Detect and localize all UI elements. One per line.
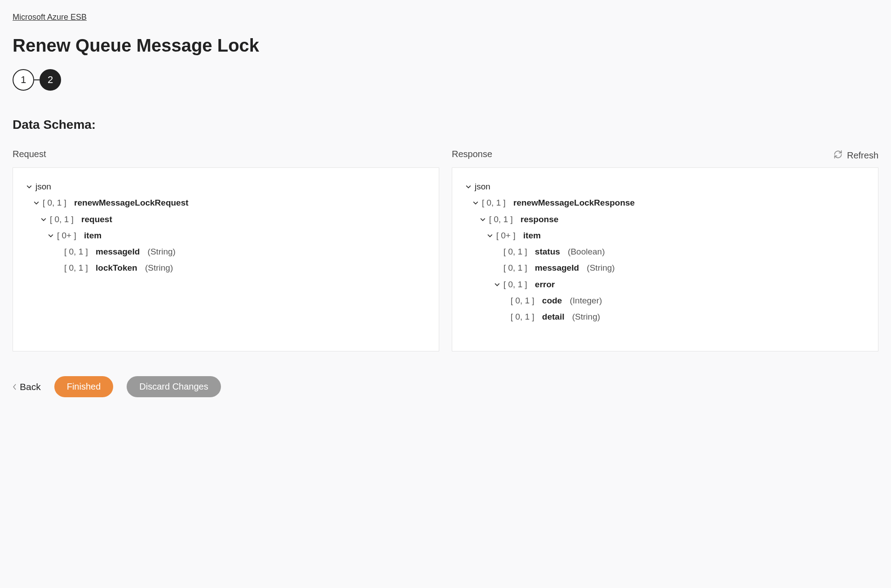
- step-2[interactable]: 2: [40, 69, 61, 91]
- chevron-down-icon: [479, 217, 486, 222]
- tree-row: [ 0, 1 ] code (Integer): [465, 293, 865, 309]
- cardinality: [ 0, 1 ]: [50, 212, 74, 227]
- node-name: renewMessageLockRequest: [74, 196, 189, 210]
- finished-button[interactable]: Finished: [54, 376, 114, 397]
- page-title: Renew Queue Message Lock: [13, 35, 878, 56]
- node-label: json: [35, 180, 51, 194]
- chevron-down-icon: [40, 217, 47, 222]
- node-name: item: [523, 228, 541, 243]
- response-panel: json [ 0, 1 ] renewMessageLockResponse […: [452, 167, 878, 351]
- node-name: item: [84, 228, 101, 243]
- tree-row[interactable]: [ 0+ ] item: [465, 228, 865, 244]
- tree-row-json[interactable]: json: [465, 179, 865, 195]
- tree-row-json[interactable]: json: [26, 179, 426, 195]
- cardinality: [ 0, 1 ]: [503, 245, 527, 259]
- node-name: messageId: [96, 245, 140, 259]
- tree-row[interactable]: [ 0+ ] item: [26, 228, 426, 244]
- step-1[interactable]: 1: [13, 69, 34, 91]
- cardinality: [ 0, 1 ]: [64, 261, 88, 275]
- tree-row[interactable]: [ 0, 1 ] renewMessageLockRequest: [26, 195, 426, 211]
- cardinality: [ 0+ ]: [496, 228, 516, 243]
- chevron-down-icon: [465, 184, 472, 189]
- tree-row: [ 0, 1 ] messageId (String): [26, 244, 426, 260]
- node-type: (String): [148, 245, 176, 259]
- section-title: Data Schema:: [13, 118, 878, 132]
- step-indicator: 1 2: [13, 69, 878, 91]
- tree-row[interactable]: [ 0, 1 ] renewMessageLockResponse: [465, 195, 865, 211]
- node-type: (String): [145, 261, 173, 275]
- back-button[interactable]: Back: [13, 382, 41, 392]
- chevron-down-icon: [47, 233, 54, 238]
- tree-row[interactable]: [ 0, 1 ] response: [465, 211, 865, 228]
- node-type: (Boolean): [568, 245, 604, 259]
- node-name: detail: [542, 310, 565, 324]
- cardinality: [ 0, 1 ]: [43, 196, 66, 210]
- back-label: Back: [20, 382, 41, 392]
- cardinality: [ 0, 1 ]: [482, 196, 506, 210]
- chevron-down-icon: [486, 233, 494, 238]
- node-type: (String): [587, 261, 615, 275]
- step-connector: [34, 79, 40, 80]
- node-name: error: [535, 277, 555, 292]
- tree-row: [ 0, 1 ] status (Boolean): [465, 244, 865, 260]
- chevron-left-icon: [13, 382, 17, 392]
- chevron-down-icon: [494, 282, 501, 287]
- cardinality: [ 0, 1 ]: [503, 277, 527, 292]
- cardinality: [ 0, 1 ]: [511, 294, 534, 308]
- response-panel-label: Response: [452, 149, 878, 159]
- node-name: messageId: [535, 261, 579, 275]
- node-label: json: [475, 180, 490, 194]
- tree-row: [ 0, 1 ] messageId (String): [465, 260, 865, 276]
- chevron-down-icon: [33, 200, 40, 206]
- node-name: lockToken: [96, 261, 137, 275]
- tree-row: [ 0, 1 ] detail (String): [465, 309, 865, 325]
- tree-row: [ 0, 1 ] lockToken (String): [26, 260, 426, 276]
- node-type: (Integer): [570, 294, 602, 308]
- tree-row[interactable]: [ 0, 1 ] request: [26, 211, 426, 228]
- cardinality: [ 0, 1 ]: [503, 261, 527, 275]
- cardinality: [ 0, 1 ]: [64, 245, 88, 259]
- node-name: request: [81, 212, 112, 227]
- node-name: status: [535, 245, 560, 259]
- cardinality: [ 0, 1 ]: [511, 310, 534, 324]
- cardinality: [ 0+ ]: [57, 228, 76, 243]
- request-panel: json [ 0, 1 ] renewMessageLockRequest [ …: [13, 167, 439, 351]
- chevron-down-icon: [26, 184, 33, 189]
- request-panel-label: Request: [13, 149, 439, 159]
- chevron-down-icon: [472, 200, 479, 206]
- cardinality: [ 0, 1 ]: [489, 212, 513, 227]
- breadcrumb[interactable]: Microsoft Azure ESB: [13, 13, 87, 22]
- node-name: renewMessageLockResponse: [513, 196, 635, 210]
- discard-changes-button[interactable]: Discard Changes: [127, 376, 221, 397]
- tree-row[interactable]: [ 0, 1 ] error: [465, 276, 865, 293]
- node-name: code: [542, 294, 562, 308]
- node-type: (String): [572, 310, 600, 324]
- node-name: response: [520, 212, 558, 227]
